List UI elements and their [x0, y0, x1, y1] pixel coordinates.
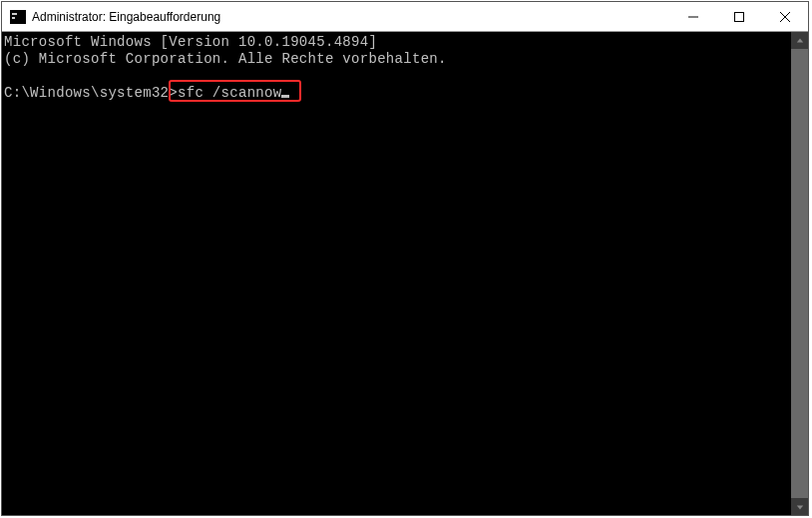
text-cursor — [281, 95, 289, 98]
svg-rect-1 — [735, 12, 744, 21]
window-title: Administrator: Eingabeaufforderung — [32, 10, 670, 24]
version-line: Microsoft Windows [Version 10.0.19045.48… — [4, 34, 377, 50]
cmd-icon — [10, 10, 26, 24]
vertical-scrollbar[interactable] — [791, 32, 808, 515]
command-text: sfc /scannow — [178, 85, 281, 101]
copyright-line: (c) Microsoft Corporation. Alle Rechte v… — [4, 51, 447, 67]
terminal-output[interactable]: Microsoft Windows [Version 10.0.19045.48… — [2, 32, 791, 515]
scroll-up-button[interactable] — [791, 32, 808, 49]
window-controls — [670, 2, 808, 31]
close-button[interactable] — [762, 2, 808, 31]
titlebar[interactable]: Administrator: Eingabeaufforderung — [2, 2, 808, 32]
prompt-text: C:\Windows\system32> — [4, 85, 178, 101]
scroll-thumb[interactable] — [791, 49, 808, 498]
minimize-button[interactable] — [670, 2, 716, 31]
command-prompt-window: Administrator: Eingabeaufforderung Micro… — [1, 1, 809, 516]
terminal-area: Microsoft Windows [Version 10.0.19045.48… — [2, 32, 808, 515]
scroll-down-button[interactable] — [791, 498, 808, 515]
maximize-button[interactable] — [716, 2, 762, 31]
